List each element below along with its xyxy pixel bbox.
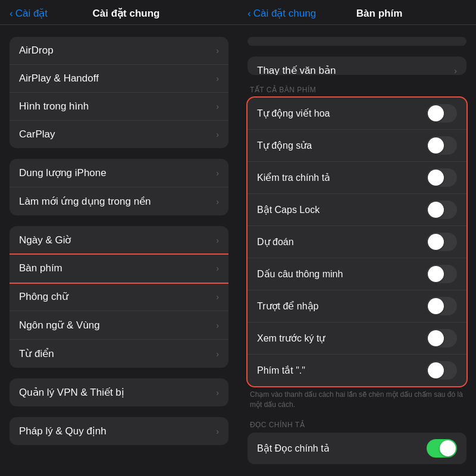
chevron-icon: › (216, 130, 219, 139)
toggle-enabledictation[interactable] (427, 439, 457, 458)
row-smartpunct[interactable]: Dấu câu thông minh (248, 258, 466, 290)
chevron-icon: › (216, 349, 219, 359)
chevron-icon: › (216, 102, 219, 111)
chevron-icon: › (216, 427, 219, 436)
row-textreplace[interactable]: Thay thế văn bản › (248, 57, 466, 75)
left-back-button[interactable]: ‹ Cài đặt (10, 7, 48, 20)
chevron-icon: › (216, 46, 219, 55)
right-nav-bar: ‹ Cài đặt chung Bàn phím (238, 0, 476, 25)
row-prediction[interactable]: Dự đoán (248, 226, 466, 258)
left-nav-title: Cài đặt chung (48, 7, 205, 20)
right-nav-title: Bàn phím (316, 8, 443, 20)
toggle-prediction[interactable] (427, 233, 457, 251)
toggle-smartpunct[interactable] (427, 265, 457, 283)
row-vpn[interactable]: Quản lý VPN & Thiết bị › (10, 378, 228, 406)
toggle-spellcheck[interactable] (427, 168, 457, 187)
left-group-1: AirDrop › AirPlay & Handoff › Hình trong… (10, 37, 228, 148)
right-content: Bàn phím 3 › Thay thế văn bản › Bàn phím… (238, 25, 476, 476)
row-enabledictation[interactable]: Bật Đọc chính tả (248, 433, 466, 464)
left-content: AirDrop › AirPlay & Handoff › Hình trong… (0, 25, 238, 476)
row-periodshortcut[interactable]: Phím tắt "." (248, 355, 466, 386)
toggle-charpreview[interactable] (427, 329, 457, 347)
all-keyboards-header: TẤT CẢ BÀN PHÍM (248, 86, 466, 98)
keyboards-note: Chạm vào thanh dấu cách hai lần sẽ chèn … (248, 386, 466, 410)
doc-group: Bật Đọc chính tả (248, 433, 466, 464)
chevron-icon: › (216, 321, 219, 330)
left-group-5: Pháp lý & Quy định › (10, 417, 228, 445)
row-storage[interactable]: Dung lượng iPhone › (10, 159, 228, 187)
left-back-label: Cài đặt (15, 7, 48, 20)
row-autocorrect[interactable]: Tự động sửa (248, 130, 466, 162)
all-keyboards-section: TẤT CẢ BÀN PHÍM Tự động viết hoa Tự động… (248, 86, 466, 410)
toggle-periodshortcut[interactable] (427, 361, 457, 380)
doc-section: ĐỌC CHÍNH TẢ Bật Đọc chính tả (248, 421, 466, 464)
chevron-icon: › (216, 264, 219, 273)
row-keyboard[interactable]: Bàn phím › (10, 255, 228, 283)
all-keyboards-group: Tự động viết hoa Tự động sửa (248, 98, 466, 386)
left-panel: ‹ Cài đặt Cài đặt chung AirDrop › AirPla… (0, 0, 238, 476)
row-slidetype[interactable]: Trượt để nhập (248, 290, 466, 322)
right-back-chevron: ‹ (248, 8, 251, 20)
chevron-icon: › (216, 74, 219, 83)
row-fonts[interactable]: Phông chữ › (10, 283, 228, 311)
chevron-icon: › (216, 168, 219, 178)
row-dictionary[interactable]: Từ điển › (10, 340, 228, 368)
row-keyboards[interactable]: Bàn phím 3 › (248, 37, 466, 46)
left-group-3: Ngày & Giờ › Bàn phím › Phông chữ › Ngôn… (10, 226, 228, 368)
left-group-2: Dung lượng iPhone › Làm mới ứng dụng tro… (10, 159, 228, 215)
keyboards-group: Bàn phím 3 › (248, 37, 466, 46)
chevron-icon: › (216, 236, 219, 245)
row-carplay[interactable]: CarPlay › (10, 121, 228, 148)
left-group-4: Quản lý VPN & Thiết bị › (10, 378, 228, 406)
chevron-icon: › (216, 197, 219, 206)
mid-group: Thay thế văn bản › Bàn phím một tay Tắt … (248, 57, 466, 75)
right-panel: ‹ Cài đặt chung Bàn phím Bàn phím 3 › Th… (238, 0, 476, 476)
row-charpreview[interactable]: Xem trước ký tự (248, 322, 466, 355)
row-autocap[interactable]: Tự động viết hoa (248, 98, 466, 130)
toggle-autocorrect[interactable] (427, 136, 457, 155)
toggle-autocap[interactable] (427, 104, 457, 123)
chevron-icon: › (216, 292, 219, 302)
chevron-icon: › (454, 66, 457, 76)
doc-header: ĐỌC CHÍNH TẢ (248, 421, 466, 433)
row-datetime[interactable]: Ngày & Giờ › (10, 226, 228, 255)
left-nav-bar: ‹ Cài đặt Cài đặt chung (0, 0, 238, 25)
right-back-button[interactable]: ‹ Cài đặt chung (248, 7, 316, 20)
row-capslock[interactable]: Bật Caps Lock (248, 194, 466, 226)
toggle-capslock[interactable] (427, 201, 457, 219)
row-bgrefresh[interactable]: Làm mới ứng dụng trong nền › (10, 187, 228, 215)
row-pip[interactable]: Hình trong hình › (10, 93, 228, 121)
row-airdrop[interactable]: AirDrop › (10, 37, 228, 65)
row-airplay[interactable]: AirPlay & Handoff › (10, 65, 228, 93)
row-langregion[interactable]: Ngôn ngữ & Vùng › (10, 311, 228, 340)
chevron-icon: › (216, 388, 219, 397)
left-back-chevron: ‹ (10, 8, 13, 20)
right-back-label: Cài đặt chung (253, 7, 316, 20)
row-spellcheck[interactable]: Kiểm tra chính tả (248, 162, 466, 194)
row-legal[interactable]: Pháp lý & Quy định › (10, 417, 228, 445)
toggle-slidetype[interactable] (427, 297, 457, 315)
